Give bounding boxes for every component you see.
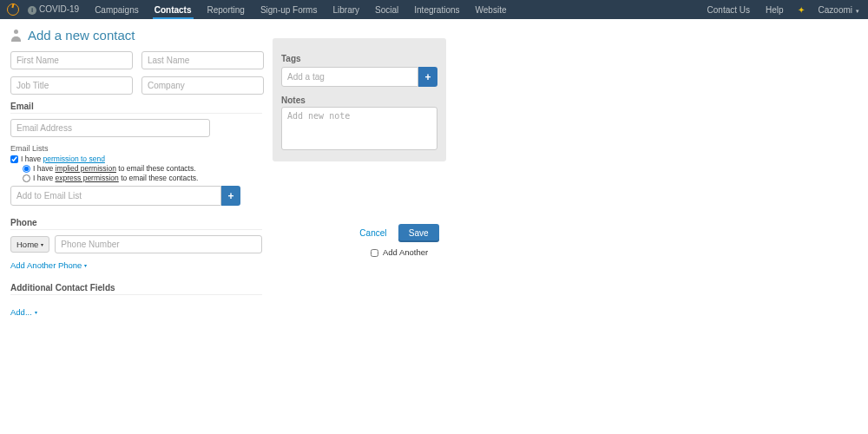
permission-checkbox[interactable] xyxy=(10,155,18,163)
add-tag-button[interactable]: + xyxy=(418,67,437,87)
tags-notes-card: Tags + Notes xyxy=(273,38,446,161)
email-section-label: Email xyxy=(10,102,262,111)
tags-label: Tags xyxy=(281,54,437,63)
notes-textarea[interactable] xyxy=(281,107,437,150)
chevron-down-icon: ▾ xyxy=(854,8,859,14)
phone-number-input[interactable] xyxy=(55,235,262,253)
phone-section-label: Phone xyxy=(10,218,262,227)
person-icon xyxy=(10,30,23,42)
plus-icon: + xyxy=(227,190,233,202)
job-title-input[interactable] xyxy=(10,76,133,95)
add-another-label: Add Another xyxy=(383,247,428,257)
express-radio[interactable] xyxy=(23,174,30,182)
page-title: Add a new contact xyxy=(28,28,135,43)
permission-text: I have permission to send xyxy=(21,155,105,163)
nav-user-menu[interactable]: Cazoomi ▾ xyxy=(817,1,861,19)
nav-signup-forms[interactable]: Sign-up Forms xyxy=(259,1,319,19)
express-text: I have express permission to email these… xyxy=(33,174,198,182)
caret-down-icon: ▾ xyxy=(84,262,87,268)
implied-text: I have implied permission to email these… xyxy=(33,164,196,173)
info-icon: i xyxy=(28,6,36,15)
save-button[interactable]: Save xyxy=(398,224,439,242)
app-logo-icon xyxy=(7,3,19,16)
top-nav: iCOVID-19 Campaigns Contacts Reporting S… xyxy=(0,0,868,19)
notes-label: Notes xyxy=(281,95,437,105)
phone-type-dropdown[interactable]: Home▾ xyxy=(10,236,49,253)
caret-down-icon: ▾ xyxy=(35,309,37,315)
nav-help[interactable]: Help xyxy=(764,1,786,19)
add-another-checkbox[interactable] xyxy=(371,249,378,257)
add-field-link[interactable]: Add...▾ xyxy=(10,307,37,317)
nav-social[interactable]: Social xyxy=(373,1,400,19)
caret-down-icon: ▾ xyxy=(41,241,43,247)
nav-contact-us[interactable]: Contact Us xyxy=(706,1,752,19)
nav-reporting[interactable]: Reporting xyxy=(206,1,247,19)
company-input[interactable] xyxy=(141,76,264,95)
notification-icon[interactable]: ✦ xyxy=(798,5,805,15)
nav-library[interactable]: Library xyxy=(331,1,361,19)
add-email-list-input[interactable] xyxy=(10,186,221,206)
add-tag-input[interactable] xyxy=(281,67,418,87)
nav-covid[interactable]: iCOVID-19 xyxy=(26,0,81,19)
email-lists-label: Email Lists xyxy=(10,144,262,153)
nav-campaigns[interactable]: Campaigns xyxy=(93,1,141,19)
nav-contacts[interactable]: Contacts xyxy=(153,1,194,19)
nav-website[interactable]: Website xyxy=(474,1,509,19)
additional-fields-label: Additional Contact Fields xyxy=(10,283,262,293)
nav-integrations[interactable]: Integrations xyxy=(412,1,461,19)
add-email-list-button[interactable]: + xyxy=(221,186,240,206)
implied-radio[interactable] xyxy=(23,165,30,173)
last-name-input[interactable] xyxy=(141,51,264,69)
cancel-button[interactable]: Cancel xyxy=(359,228,386,238)
first-name-input[interactable] xyxy=(10,51,133,69)
email-input[interactable] xyxy=(10,119,210,137)
add-another-phone-link[interactable]: Add Another Phone▾ xyxy=(10,260,87,270)
permission-link[interactable]: permission to send xyxy=(43,155,105,163)
plus-icon: + xyxy=(424,71,431,83)
